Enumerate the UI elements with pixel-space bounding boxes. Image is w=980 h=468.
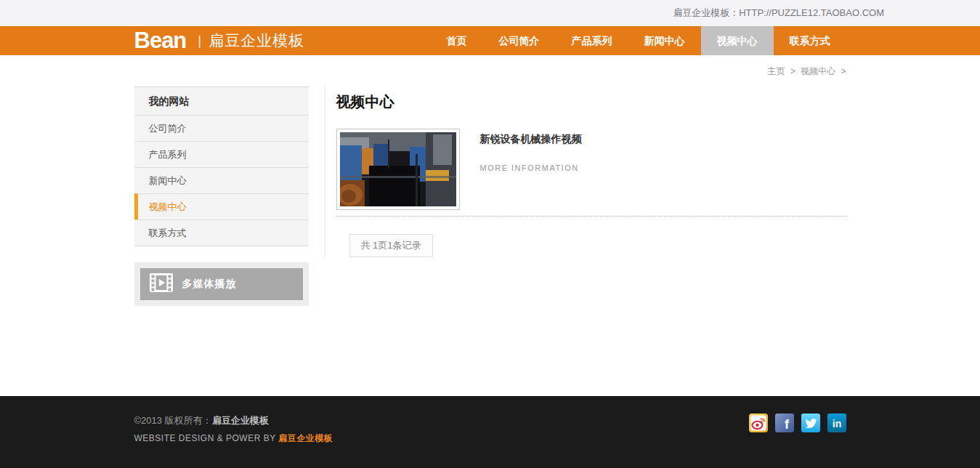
weibo-icon[interactable] (749, 413, 768, 432)
video-title[interactable]: 新锐设备机械操作视频 (480, 133, 582, 146)
footer: ©2013 版权所有：扁豆企业模板 WEBSITE DESIGN & POWER… (0, 396, 980, 468)
page-title: 视频中心 (336, 92, 846, 112)
site-url-note: 扁豆企业模板：HTTP://PUZZLE12.TAOBAO.COM (673, 0, 884, 26)
video-list-item: 新锐设备机械操作视频 MORE INFORMATION (336, 129, 846, 210)
nav-item-contact[interactable]: 联系方式 (774, 26, 846, 55)
design-credit-prefix: WEBSITE DESIGN & POWER BY (134, 433, 279, 443)
film-play-icon (149, 273, 174, 296)
pagination-summary: 共 1页1条记录 (349, 234, 433, 257)
design-credit-link[interactable]: 扁豆企业模板 (278, 433, 333, 443)
design-credit-line: WEBSITE DESIGN & POWER BY 扁豆企业模板 (134, 432, 333, 445)
breadcrumb-separator: > (841, 66, 846, 76)
sidebar-item-news[interactable]: 新闻中心 (134, 167, 309, 193)
nav-item-video[interactable]: 视频中心 (701, 26, 774, 55)
breadcrumb-video-center[interactable]: 视频中心 (801, 66, 835, 76)
logo-text-cn: 扁豆企业模板 (208, 31, 304, 51)
sidebar-item-video[interactable]: 视频中心 (134, 193, 309, 219)
copyright-brand: 扁豆企业模板 (212, 415, 269, 426)
nav-item-company[interactable]: 公司简介 (483, 26, 556, 55)
nav-item-news[interactable]: 新闻中心 (628, 26, 701, 55)
main-header: Bean | 扁豆企业模板 首页 公司简介 产品系列 新闻中心 视频中心 联系方… (0, 26, 980, 55)
svg-text:in: in (832, 418, 841, 429)
sidebar-item-contact[interactable]: 联系方式 (134, 219, 309, 246)
top-utility-bar: 扁豆企业模板：HTTP://PUZZLE12.TAOBAO.COM (0, 0, 980, 26)
sidebar-item-company[interactable]: 公司简介 (134, 115, 309, 141)
sidebar-item-products[interactable]: 产品系列 (134, 141, 309, 167)
site-logo[interactable]: Bean | 扁豆企业模板 (134, 26, 305, 55)
dotted-separator (336, 216, 846, 217)
logo-text-en: Bean (134, 26, 187, 55)
main-nav: 首页 公司简介 产品系列 新闻中心 视频中心 联系方式 (431, 26, 846, 55)
multimedia-banner-label: 多媒体播放 (182, 278, 237, 291)
facebook-icon[interactable]: f (775, 413, 794, 432)
nav-item-home[interactable]: 首页 (431, 26, 483, 55)
nav-item-products[interactable]: 产品系列 (556, 26, 628, 55)
breadcrumb-separator: > (790, 66, 795, 76)
sidebar-menu: 我的网站 公司简介 产品系列 新闻中心 视频中心 联系方式 (134, 86, 309, 246)
svg-text:f: f (785, 417, 790, 432)
multimedia-banner[interactable]: 多媒体播放 (134, 262, 309, 306)
copyright-prefix: ©2013 版权所有： (134, 415, 212, 426)
video-info: 新锐设备机械操作视频 MORE INFORMATION (480, 129, 582, 210)
social-links: f in (749, 396, 846, 468)
copyright-line: ©2013 版权所有：扁豆企业模板 (134, 414, 333, 427)
main-area: 我的网站 公司简介 产品系列 新闻中心 视频中心 联系方式 (134, 86, 846, 377)
linkedin-icon[interactable]: in (827, 413, 846, 432)
content-panel: 视频中心 (325, 86, 846, 257)
video-more-link[interactable]: MORE INFORMATION (480, 164, 582, 172)
sidebar: 我的网站 公司简介 产品系列 新闻中心 视频中心 联系方式 (134, 86, 309, 306)
logo-separator: | (198, 33, 201, 49)
twitter-icon[interactable] (801, 413, 820, 432)
breadcrumb-home[interactable]: 主页 (767, 66, 785, 76)
breadcrumb: 主页 > 视频中心 > (134, 55, 846, 86)
sidebar-title: 我的网站 (134, 87, 309, 115)
video-thumbnail[interactable] (336, 129, 460, 210)
